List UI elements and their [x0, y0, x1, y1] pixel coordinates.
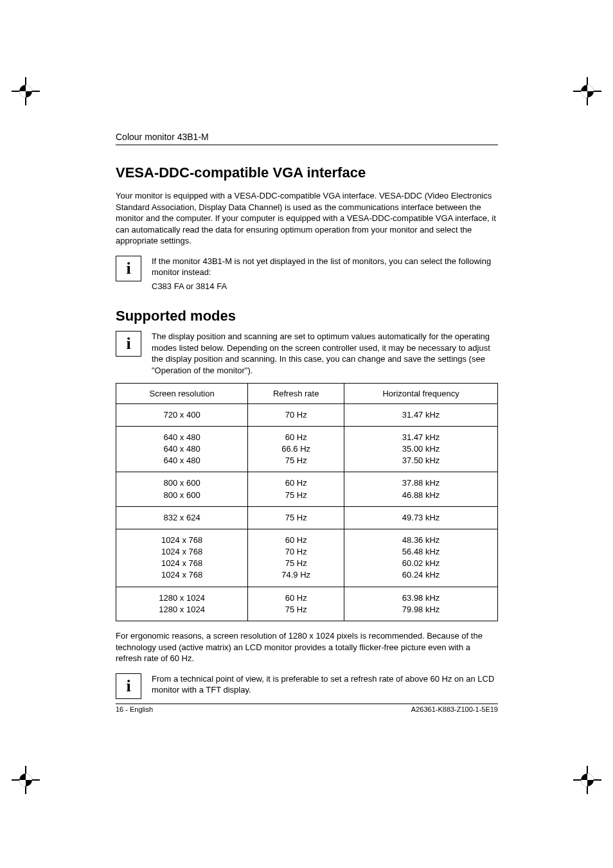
- table-cell: 63.98 kHz79.98 kHz: [344, 587, 498, 621]
- supported-modes-table: Screen resolution Refresh rate Horizonta…: [116, 383, 498, 621]
- table-cell: 800 x 600800 x 600: [116, 472, 248, 506]
- registration-mark-icon: [573, 77, 601, 105]
- table-cell: 31.47 kHz35.00 kHz37.50 kHz: [344, 426, 498, 472]
- table-cell: 832 x 624: [116, 506, 248, 529]
- table-row: 720 x 40070 Hz31.47 kHz: [116, 403, 498, 426]
- table-row: 1280 x 10241280 x 102460 Hz75 Hz63.98 kH…: [116, 587, 498, 621]
- table-header-refresh: Refresh rate: [248, 383, 344, 403]
- section-title-supported-modes: Supported modes: [116, 308, 498, 324]
- info-icon: i: [116, 331, 141, 357]
- table-row: 800 x 600800 x 60060 Hz75 Hz37.88 kHz46.…: [116, 472, 498, 506]
- table-cell: 37.88 kHz46.88 kHz: [344, 472, 498, 506]
- footer-doc-id: A26361-K883-Z100-1-5E19: [411, 705, 498, 713]
- registration-mark-icon: [12, 766, 40, 794]
- info-note-1: i If the monitor 43B1-M is not yet displ…: [116, 256, 498, 292]
- table-header-resolution: Screen resolution: [116, 383, 248, 403]
- footer-rule: [116, 704, 498, 704]
- table-cell: 75 Hz: [248, 506, 344, 529]
- table-row: 1024 x 7681024 x 7681024 x 7681024 x 768…: [116, 529, 498, 587]
- registration-mark-icon: [573, 766, 601, 794]
- table-header-frequency: Horizontal frequency: [344, 383, 498, 403]
- info-note-2: i The display position and scanning are …: [116, 331, 498, 376]
- page-footer: 16 - English A26361-K883-Z100-1-5E19: [116, 704, 498, 713]
- table-cell: 60 Hz75 Hz: [248, 587, 344, 621]
- table-cell: 49.73 kHz: [344, 506, 498, 529]
- info-note-2-text: The display position and scanning are se…: [152, 331, 498, 376]
- table-cell: 48.36 kHz56.48 kHz60.02 kHz60.24 kHz: [344, 529, 498, 587]
- info-note-1-text: If the monitor 43B1-M is not yet display…: [152, 256, 498, 278]
- info-note-1-sub: C383 FA or 3814 FA: [152, 281, 498, 292]
- info-note-3: i From a technical point of view, it is …: [116, 673, 498, 699]
- table-cell: 640 x 480640 x 480640 x 480: [116, 426, 248, 472]
- table-cell: 1024 x 7681024 x 7681024 x 7681024 x 768: [116, 529, 248, 587]
- table-cell: 70 Hz: [248, 403, 344, 426]
- intro-paragraph: Your monitor is equipped with a VESA-DDC…: [116, 190, 498, 247]
- info-note-3-text: From a technical point of view, it is pr…: [152, 673, 498, 696]
- table-cell: 60 Hz75 Hz: [248, 472, 344, 506]
- info-icon: i: [116, 256, 141, 281]
- table-cell: 60 Hz70 Hz75 Hz74.9 Hz: [248, 529, 344, 587]
- table-row: 640 x 480640 x 480640 x 48060 Hz66.6 Hz7…: [116, 426, 498, 472]
- info-icon: i: [116, 673, 141, 699]
- footer-page-number: 16 - English: [116, 705, 153, 713]
- table-cell: 720 x 400: [116, 403, 248, 426]
- table-cell: 60 Hz66.6 Hz75 Hz: [248, 426, 344, 472]
- page-header: Colour monitor 43B1-M: [116, 132, 498, 142]
- table-cell: 31.47 kHz: [344, 403, 498, 426]
- ergonomic-paragraph: For ergonomic reasons, a screen resoluti…: [116, 630, 498, 664]
- table-cell: 1280 x 10241280 x 1024: [116, 587, 248, 621]
- header-rule: [116, 145, 498, 145]
- registration-mark-icon: [12, 77, 40, 105]
- section-title-vesa: VESA-DDC-compatible VGA interface: [116, 164, 498, 181]
- table-row: 832 x 62475 Hz49.73 kHz: [116, 506, 498, 529]
